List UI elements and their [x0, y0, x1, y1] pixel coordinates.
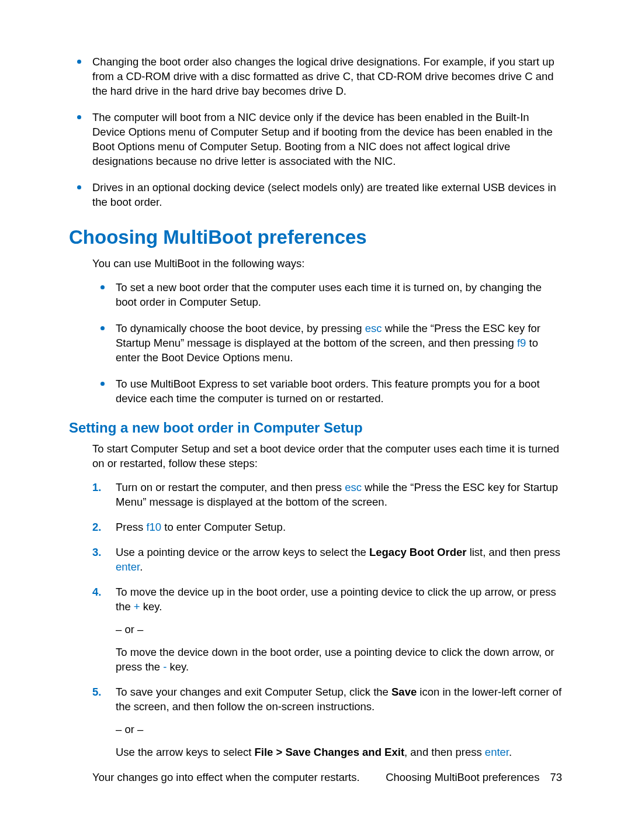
step-item: 1. Turn on or restart the computer, and …: [92, 481, 562, 510]
intro-paragraph: To start Computer Setup and set a boot d…: [92, 442, 562, 471]
key-esc: esc: [345, 481, 362, 493]
section-heading: Choosing MultiBoot preferences: [69, 226, 562, 248]
bullet-text: Changing the boot order also changes the…: [92, 56, 554, 97]
intro-paragraph: You can use MultiBoot in the following w…: [92, 257, 562, 271]
steps-list: 1. Turn on or restart the computer, and …: [92, 481, 562, 760]
bullet-text: Drives in an optional docking device (se…: [92, 181, 556, 208]
footer-section-label: Choosing MultiBoot preferences: [386, 771, 539, 783]
list-item: To set a new boot order that the compute…: [92, 281, 562, 310]
key-f10: f10: [146, 521, 161, 533]
page-footer: Choosing MultiBoot preferences73: [386, 771, 562, 784]
step-number: 5.: [92, 685, 101, 700]
or-separator: – or –: [116, 623, 562, 637]
bullet-text: To dynamically choose the boot device, b…: [116, 322, 540, 364]
step-text: To move the device up in the boot order,…: [116, 586, 556, 613]
bullet-icon: [77, 115, 81, 119]
list-item: Drives in an optional docking device (se…: [69, 181, 562, 210]
bullet-icon: [77, 60, 81, 64]
key-f9: f9: [517, 337, 526, 349]
bullet-text: To set a new boot order that the compute…: [116, 281, 542, 308]
step-text: Press f10 to enter Computer Setup.: [116, 521, 286, 533]
key-plus: +: [134, 600, 140, 613]
bullet-icon: [77, 185, 81, 189]
bold-text: File > Save Changes and Exit: [255, 746, 405, 758]
step-item: 4. To move the device up in the boot ord…: [92, 585, 562, 675]
list-item: The computer will boot from a NIC device…: [69, 110, 562, 169]
step-text: Use the arrow keys to select File > Save…: [116, 745, 562, 760]
step-item: 2. Press f10 to enter Computer Setup.: [92, 520, 562, 535]
step-text: To move the device down in the boot orde…: [116, 645, 562, 675]
list-item: Changing the boot order also changes the…: [69, 55, 562, 99]
subsection-heading: Setting a new boot order in Computer Set…: [69, 420, 562, 436]
bullet-text: To use MultiBoot Express to set variable…: [116, 378, 540, 405]
step-text: To save your changes and exit Computer S…: [116, 686, 561, 713]
step-item: 5. To save your changes and exit Compute…: [92, 685, 562, 760]
key-enter: enter: [485, 746, 509, 758]
list-item: To dynamically choose the boot device, b…: [92, 322, 562, 365]
bold-text: Legacy Boot Order: [369, 546, 467, 558]
page-number: 73: [550, 771, 562, 783]
step-text: Use a pointing device or the arrow keys …: [116, 546, 560, 573]
top-bullets: Changing the boot order also changes the…: [69, 55, 562, 210]
step-number: 3.: [92, 545, 101, 560]
key-esc: esc: [365, 322, 382, 334]
bullet-text: The computer will boot from a NIC device…: [92, 111, 553, 167]
or-separator: – or –: [116, 723, 562, 737]
bullet-icon: [100, 285, 105, 289]
step-text: Turn on or restart the computer, and the…: [116, 481, 558, 508]
step-number: 2.: [92, 520, 101, 535]
step-number: 1.: [92, 481, 101, 495]
step-number: 4.: [92, 585, 101, 600]
list-item: To use MultiBoot Express to set variable…: [92, 377, 562, 406]
bold-text: Save: [391, 686, 417, 698]
bullet-icon: [100, 326, 105, 330]
step-item: 3. Use a pointing device or the arrow ke…: [92, 545, 562, 575]
key-enter: enter: [116, 561, 140, 573]
mid-bullets: To set a new boot order that the compute…: [92, 281, 562, 406]
bullet-icon: [100, 382, 105, 386]
